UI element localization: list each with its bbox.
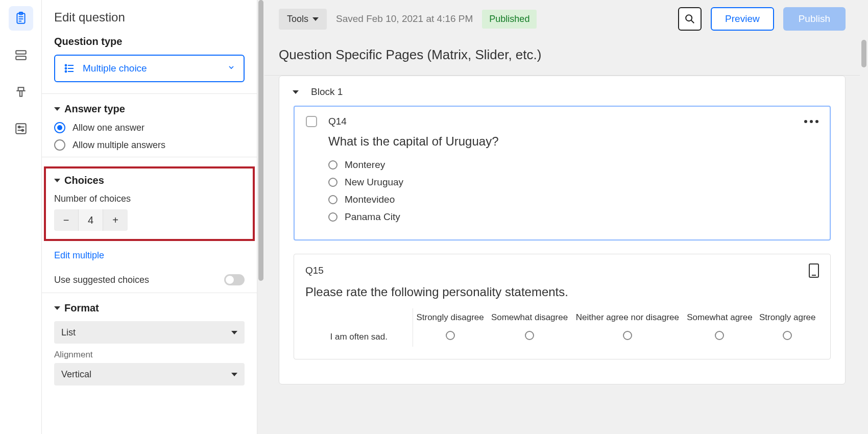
caret-down-icon <box>54 179 60 182</box>
saved-timestamp: Saved Feb 10, 2021 at 4:16 PM <box>336 13 473 25</box>
matrix-radio[interactable] <box>525 331 534 340</box>
choices-section[interactable]: Choices <box>54 175 245 186</box>
tools-label: Tools <box>287 14 308 25</box>
rail-survey-icon[interactable] <box>9 6 33 31</box>
rail-theme-icon[interactable] <box>9 80 33 104</box>
answer-allow-multiple[interactable]: Allow multiple answers <box>54 139 245 151</box>
question-text[interactable]: Please rate the following personality st… <box>305 285 819 299</box>
question-text[interactable]: What is the capital of Uruguay? <box>328 134 818 149</box>
format-select[interactable]: List <box>54 321 245 344</box>
left-icon-rail <box>0 0 42 434</box>
question-card-q15[interactable]: Q15 Please rate the following personalit… <box>294 254 831 359</box>
choice-row[interactable]: Panama City <box>328 210 818 224</box>
page-scrollbar[interactable] <box>860 0 868 434</box>
radio-icon <box>54 122 65 133</box>
radio-icon <box>328 178 337 187</box>
question-type-heading: Question type <box>54 36 245 47</box>
caret-down-icon <box>293 90 299 94</box>
topbar: Tools Saved Feb 10, 2021 at 4:16 PM Publ… <box>264 0 860 38</box>
search-button[interactable] <box>678 7 702 31</box>
svg-rect-7 <box>19 91 21 97</box>
stepper-plus-button[interactable]: + <box>103 209 128 231</box>
answer-type-heading: Answer type <box>64 103 125 115</box>
main-area: Tools Saved Feb 10, 2021 at 4:16 PM Publ… <box>264 0 860 434</box>
suggested-choices-toggle[interactable] <box>224 274 245 285</box>
choice-row[interactable]: New Uruguay <box>328 175 818 189</box>
list-icon <box>63 62 76 75</box>
format-heading: Format <box>64 302 99 314</box>
question-type-select[interactable]: Multiple choice <box>54 55 245 82</box>
format-value: List <box>61 327 76 338</box>
matrix-row: I am often sad. <box>305 327 819 347</box>
caret-down-icon <box>54 107 60 111</box>
radio-icon <box>54 139 65 151</box>
matrix-col-header: Strongly disagree <box>413 308 488 327</box>
question-id: Q15 <box>305 265 324 276</box>
svg-rect-6 <box>16 56 26 60</box>
page-banner: Question Specific Pages (Matrix, Slider,… <box>264 38 860 76</box>
answer-one-label: Allow one answer <box>73 123 144 133</box>
matrix-col-header: Somewhat agree <box>683 308 756 327</box>
choice-label: New Uruguay <box>345 177 403 188</box>
block-header[interactable]: Block 1 <box>288 84 836 106</box>
svg-rect-8 <box>16 124 26 134</box>
radio-icon <box>328 160 337 170</box>
chevron-down-icon <box>312 17 319 21</box>
publish-label: Publish <box>799 13 830 24</box>
matrix-radio[interactable] <box>446 331 455 340</box>
banner-title: Question Specific Pages (Matrix, Slider,… <box>279 47 541 62</box>
alignment-label: Alignment <box>54 350 245 360</box>
rail-layout-icon[interactable] <box>9 43 33 67</box>
question-id: Q14 <box>328 116 347 127</box>
block-name: Block 1 <box>311 86 343 98</box>
edit-panel-scrollbar[interactable] <box>257 0 264 434</box>
choice-row[interactable]: Montevideo <box>328 192 818 207</box>
alignment-select[interactable]: Vertical <box>54 363 245 385</box>
matrix-radio[interactable] <box>715 331 724 340</box>
publish-button[interactable]: Publish <box>783 7 846 31</box>
svg-point-15 <box>65 68 67 69</box>
choices-heading: Choices <box>64 175 104 186</box>
mobile-icon <box>809 263 819 278</box>
svg-point-13 <box>65 65 67 66</box>
question-card-q14[interactable]: Q14 What is the capital of Uruguay? Mont… <box>294 106 831 240</box>
num-choices-stepper: − 4 + <box>54 209 128 231</box>
matrix-row-label[interactable]: I am often sad. <box>305 327 413 347</box>
format-section[interactable]: Format <box>54 302 245 314</box>
matrix-radio[interactable] <box>783 331 792 340</box>
radio-icon <box>328 212 337 222</box>
choice-label: Panama City <box>345 211 400 223</box>
question-menu-button[interactable] <box>804 120 818 123</box>
radio-icon <box>328 195 337 204</box>
chevron-down-icon <box>231 331 237 334</box>
chevron-down-icon <box>231 373 237 376</box>
preview-button[interactable]: Preview <box>711 7 774 31</box>
chevron-down-icon <box>227 63 235 71</box>
survey-canvas: Block 1 Q14 What is the capital of Urugu… <box>264 76 860 434</box>
question-select-checkbox[interactable] <box>306 116 317 127</box>
choices-highlight: Choices Number of choices − 4 + <box>44 166 255 241</box>
question-type-value: Multiple choice <box>83 63 147 74</box>
matrix-radio[interactable] <box>623 331 632 340</box>
alignment-value: Vertical <box>61 369 91 380</box>
answer-type-section[interactable]: Answer type <box>54 103 245 115</box>
panel-title: Edit question <box>54 10 245 25</box>
answer-multiple-label: Allow multiple answers <box>73 140 165 151</box>
matrix-col-header: Strongly agree <box>756 308 819 327</box>
choice-row[interactable]: Monterey <box>328 158 818 172</box>
answer-allow-one[interactable]: Allow one answer <box>54 122 245 133</box>
svg-rect-5 <box>16 51 26 54</box>
matrix-col-header: Somewhat disagree <box>488 308 572 327</box>
edit-multiple-link[interactable]: Edit multiple <box>54 250 104 261</box>
stepper-minus-button[interactable]: − <box>54 209 79 231</box>
choice-label: Monterey <box>345 159 385 171</box>
tools-button[interactable]: Tools <box>279 9 327 30</box>
svg-point-17 <box>65 71 67 73</box>
matrix-col-header: Neither agree nor disagree <box>571 308 683 327</box>
stepper-value: 4 <box>79 209 103 231</box>
rail-options-icon[interactable] <box>9 116 33 141</box>
matrix-table: Strongly disagree Somewhat disagree Neit… <box>305 308 819 347</box>
preview-label: Preview <box>725 13 760 24</box>
svg-point-19 <box>686 15 692 21</box>
caret-down-icon <box>54 306 60 310</box>
